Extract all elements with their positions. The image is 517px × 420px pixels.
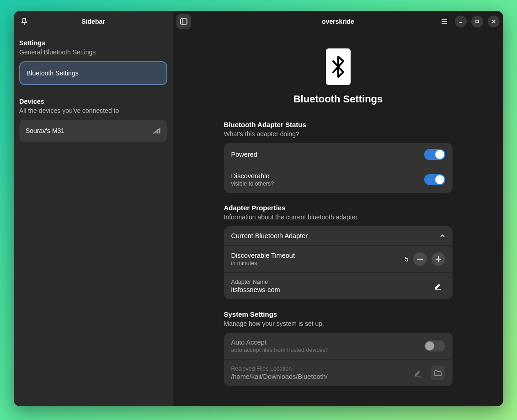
- sidebar-title: Sidebar: [14, 18, 173, 25]
- maximize-button[interactable]: [471, 16, 483, 27]
- toggle-sidebar-button[interactable]: [176, 14, 191, 29]
- pin-icon[interactable]: [19, 16, 29, 27]
- discoverable-sublabel: visible to others?: [231, 181, 419, 187]
- powered-row: Powered: [224, 143, 453, 166]
- system-title: System Settings: [224, 310, 453, 318]
- timeout-row: Discoverable Timeout in minutes 5: [224, 246, 453, 273]
- current-adapter-row[interactable]: Current Bluetooth Adapter: [224, 226, 453, 246]
- svg-rect-17: [436, 259, 441, 260]
- adapter-name-label: Adapter Name: [231, 279, 425, 285]
- auto-accept-toggle[interactable]: [424, 340, 445, 351]
- svg-rect-18: [435, 289, 441, 290]
- files-location-label: Recieved Files Location: [231, 366, 405, 372]
- signal-off-icon: [153, 127, 161, 134]
- bluetooth-icon: [326, 48, 351, 85]
- main-header: overskride: [173, 11, 503, 32]
- sidebar-item-bluetooth-settings[interactable]: Bluetooth Settings: [19, 61, 167, 85]
- app-window: Sidebar Settings General Bluetooth Setti…: [14, 11, 503, 406]
- sidebar-header: Sidebar: [14, 11, 173, 32]
- sidebar-body: Settings General Bluetooth Settings Blue…: [14, 32, 173, 146]
- files-location-row: Recieved Files Location /home/kaii/Downl…: [224, 360, 453, 386]
- device-name: Sourav's M31: [26, 127, 64, 134]
- devices-section-title: Devices: [19, 98, 167, 105]
- timeout-increment-button[interactable]: [432, 252, 445, 266]
- sidebar: Sidebar Settings General Bluetooth Setti…: [14, 11, 173, 406]
- svg-rect-19: [415, 376, 421, 377]
- chevron-up-icon: [440, 234, 445, 238]
- devices-section-subtitle: All the devices you've connected to: [19, 107, 167, 114]
- adapter-status-subtitle: What's this adapter doing?: [224, 130, 453, 138]
- page-title: Bluetooth Settings: [173, 93, 503, 105]
- browse-location-button[interactable]: [431, 366, 445, 380]
- main-content: Bluetooth Settings Bluetooth Adapter Sta…: [173, 32, 503, 406]
- menu-button[interactable]: [438, 16, 450, 27]
- settings-section-subtitle: General Bluetooth Settings: [19, 48, 167, 56]
- powered-toggle[interactable]: [424, 149, 445, 160]
- adapter-name-row: Adapter Name itsfossnews-com: [224, 273, 453, 299]
- svg-rect-12: [476, 20, 479, 23]
- adapter-props-title: Adapter Properties: [224, 204, 453, 212]
- edit-adapter-name-button[interactable]: [431, 279, 445, 293]
- svg-rect-15: [417, 259, 423, 260]
- adapter-status-card: Powered Discoverable visible to others?: [224, 143, 453, 193]
- system-subtitle: Manage how your system is set up.: [224, 320, 453, 327]
- adapter-status-title: Bluetooth Adapter Status: [224, 121, 453, 128]
- timeout-stepper: 5: [405, 252, 445, 266]
- sidebar-item-label: Bluetooth Settings: [27, 69, 79, 77]
- timeout-label: Discoverable Timeout: [231, 252, 400, 259]
- adapter-name-value: itsfossnews-com: [231, 286, 425, 293]
- svg-rect-6: [181, 19, 187, 24]
- close-button[interactable]: [488, 16, 500, 27]
- powered-label: Powered: [231, 151, 419, 158]
- discoverable-row: Discoverable visible to others?: [224, 166, 453, 193]
- hero: Bluetooth Settings: [173, 32, 503, 110]
- discoverable-label: Discoverable: [231, 172, 419, 180]
- discoverable-toggle[interactable]: [424, 174, 445, 185]
- auto-accept-sublabel: auto accept files from trusted devices?: [231, 347, 419, 353]
- timeout-sublabel: in minutes: [231, 260, 400, 266]
- current-adapter-label: Current Bluetooth Adapter: [231, 232, 434, 239]
- minimize-button[interactable]: [455, 16, 467, 27]
- main-panel: overskride: [173, 11, 503, 406]
- settings-section-title: Settings: [19, 39, 167, 47]
- system-card: Auto Accept auto accept files from trust…: [224, 333, 453, 386]
- timeout-value: 5: [405, 255, 408, 263]
- auto-accept-label: Auto Accept: [231, 339, 419, 346]
- device-item[interactable]: Sourav's M31: [19, 120, 167, 142]
- adapter-props-card: Current Bluetooth Adapter Discoverable T…: [224, 226, 453, 299]
- files-location-value: /home/kaii/Downloads/Bluetooth/: [231, 373, 405, 380]
- edit-location-button[interactable]: [410, 366, 425, 380]
- timeout-decrement-button[interactable]: [413, 252, 427, 266]
- auto-accept-row: Auto Accept auto accept files from trust…: [224, 333, 453, 360]
- adapter-props-subtitle: Information about the current bluetooth …: [224, 213, 453, 221]
